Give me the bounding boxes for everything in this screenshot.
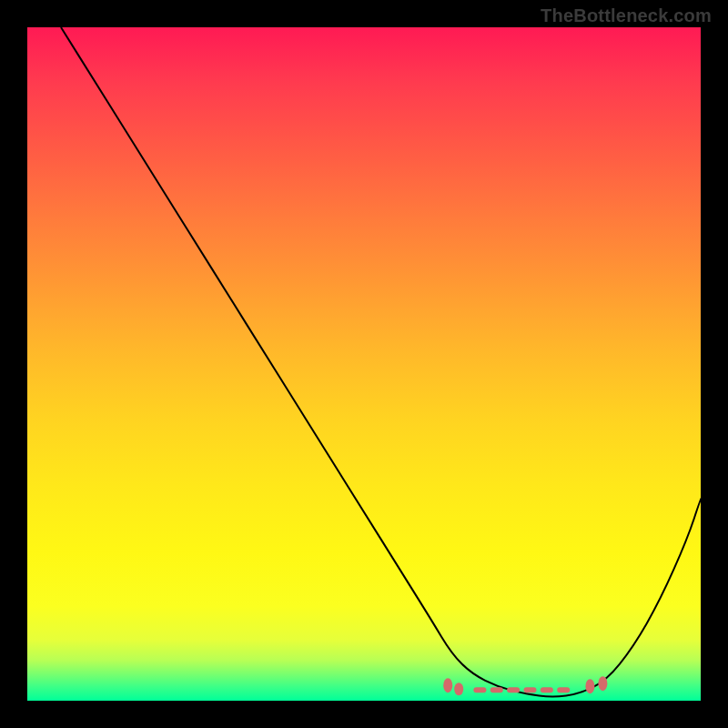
optimal-marker-dash	[507, 687, 520, 693]
optimal-marker	[454, 682, 463, 695]
bottleneck-curve	[61, 27, 701, 696]
optimal-marker-dash	[473, 687, 486, 693]
watermark-text: TheBottleneck.com	[541, 5, 712, 26]
optimal-marker-dash	[541, 687, 553, 693]
plot-area	[27, 27, 701, 701]
optimal-marker-dash	[523, 687, 536, 693]
chart-frame: TheBottleneck.com	[0, 0, 728, 728]
curve-svg	[27, 27, 701, 701]
optimal-marker	[443, 678, 452, 693]
optimal-marker	[598, 676, 607, 691]
optimal-marker-dash	[490, 687, 503, 693]
optimal-marker-dash	[557, 687, 570, 693]
optimal-marker	[585, 679, 594, 693]
